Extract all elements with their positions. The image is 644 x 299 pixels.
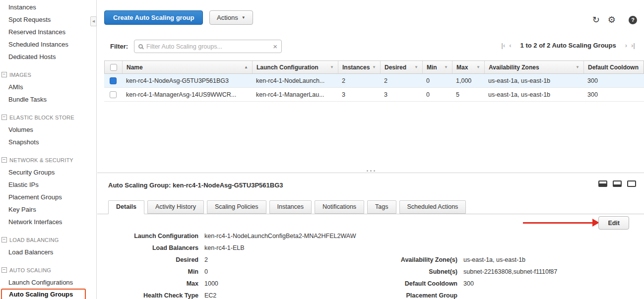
splitter-dot	[367, 170, 368, 172]
tab-notifications[interactable]: Notifications	[315, 200, 364, 214]
sidebar-section-network-security[interactable]: − NETWORK & SECURITY	[0, 154, 96, 166]
sidebar-item-instances[interactable]: Instances	[0, 1, 96, 13]
detail-field: Default Cooldown 300	[391, 280, 557, 288]
field-value: EC2	[204, 292, 216, 299]
search-icon	[138, 44, 143, 49]
tab-tags[interactable]: Tags	[367, 200, 396, 214]
collapse-section-icon[interactable]: −	[1, 157, 7, 163]
row-checkbox[interactable]	[110, 91, 117, 98]
table-row[interactable]: ken-rc4-1-ManagerAsg-14US9WWCR... ken-rc…	[104, 88, 644, 102]
sidebar-item-volumes[interactable]: Volumes	[0, 123, 96, 136]
tab-instances[interactable]: Instances	[269, 200, 312, 214]
field-label: Max	[107, 280, 198, 288]
sidebar-item-key-pairs[interactable]: Key Pairs	[0, 203, 96, 216]
column-filter-caret-icon[interactable]: ▼	[444, 65, 448, 69]
next-page-icon[interactable]: ›	[625, 42, 627, 49]
sidebar-item-load-balancers[interactable]: Load Balancers	[0, 246, 96, 258]
select-all-checkbox[interactable]	[110, 64, 117, 71]
sidebar-item-auto-scaling-groups[interactable]: Auto Scaling Groups	[1, 289, 86, 299]
layout-bottom-half-icon[interactable]	[598, 180, 607, 187]
field-value: ken-rc4-1-NodeLaunchConfigBeta2-MNA2HFEL…	[204, 232, 356, 240]
column-label: Min	[427, 64, 437, 71]
tab-details[interactable]: Details	[108, 200, 144, 214]
sidebar-section-load-balancing[interactable]: − LOAD BALANCING	[0, 234, 96, 246]
chevron-down-icon: ▼	[242, 15, 246, 20]
column-header-availability-zones[interactable]: Availability Zones ▼	[485, 61, 584, 73]
sidebar-item-network-interfaces[interactable]: Network Interfaces	[0, 216, 96, 228]
field-label: Load Balancers	[107, 244, 198, 252]
cell-name: ken-rc4-1-NodeAsg-G5TU3P561BG3	[122, 74, 252, 87]
field-label: Desired	[107, 256, 198, 264]
column-filter-caret-icon[interactable]: ▼	[476, 65, 480, 69]
cell-instances: 3	[338, 88, 380, 101]
column-header-instances[interactable]: Instances ▼	[338, 61, 381, 73]
cell-name: ken-rc4-1-ManagerAsg-14US9WWCR...	[122, 88, 252, 101]
create-auto-scaling-group-button[interactable]: Create Auto Scaling group	[104, 10, 203, 25]
sidebar-item-snapshots[interactable]: Snapshots	[0, 136, 96, 148]
pagination: |‹ ‹ 1 to 2 of 2 Auto Scaling Groups › ›…	[501, 42, 635, 49]
column-label: Launch Configuration	[257, 64, 319, 71]
cell-launch-configuration: ken-rc4-1-NodeLaunch...	[252, 74, 338, 87]
tab-activity-history[interactable]: Activity History	[147, 200, 204, 214]
refresh-icon[interactable]: ↻	[592, 15, 600, 25]
column-header-name[interactable]: Name ▲	[123, 61, 253, 73]
column-label: Name	[127, 64, 143, 71]
sidebar-collapse-button[interactable]: ◀	[90, 16, 97, 26]
collapse-section-icon[interactable]: −	[1, 115, 7, 120]
field-value: subnet-22163808,subnet-f1110f87	[463, 268, 557, 276]
splitter-handle[interactable]	[97, 169, 644, 173]
sidebar-item-launch-configurations[interactable]: Launch Configurations	[0, 276, 96, 289]
sidebar-item-reserved-instances[interactable]: Reserved Instances	[0, 26, 96, 38]
cell-max: 1,000	[452, 74, 484, 87]
column-filter-caret-icon[interactable]: ▼	[330, 65, 334, 69]
sidebar: Instances Spot Requests Reserved Instanc…	[0, 0, 97, 299]
filter-input[interactable]	[146, 43, 269, 50]
gear-icon[interactable]: ⚙	[608, 15, 616, 25]
detail-field: Availability Zone(s) us-east-1a, us-east…	[391, 256, 557, 264]
first-page-icon[interactable]: |‹	[501, 42, 505, 49]
previous-page-icon[interactable]: ‹	[509, 42, 511, 49]
edit-button[interactable]: Edit	[598, 216, 629, 230]
field-label: Availability Zone(s)	[391, 256, 457, 264]
details-panel-title: Auto Scaling Group: ken-rc4-1-NodeAsg-G5…	[108, 181, 283, 189]
column-header-min[interactable]: Min ▼	[423, 61, 452, 73]
sidebar-item-security-groups[interactable]: Security Groups	[0, 166, 96, 179]
sidebar-item-placement-groups[interactable]: Placement Groups	[0, 191, 96, 203]
actions-button[interactable]: Actions ▼	[209, 10, 253, 25]
sidebar-item-dedicated-hosts[interactable]: Dedicated Hosts	[0, 51, 96, 63]
filter-search-box[interactable]: ×	[134, 40, 282, 53]
row-checkbox[interactable]	[110, 77, 117, 84]
sidebar-section-auto-scaling[interactable]: − AUTO SCALING	[0, 264, 96, 276]
column-filter-caret-icon[interactable]: ▼	[576, 65, 580, 69]
collapse-section-icon[interactable]: −	[1, 267, 7, 273]
column-filter-caret-icon[interactable]: ▼	[372, 65, 376, 69]
collapse-section-icon[interactable]: −	[1, 237, 7, 242]
sidebar-item-spot-requests[interactable]: Spot Requests	[0, 13, 96, 26]
cell-launch-configuration: ken-rc4-1-ManagerLau...	[252, 88, 338, 101]
tab-scaling-policies[interactable]: Scaling Policies	[207, 200, 266, 214]
sidebar-section-elastic-block-store[interactable]: − ELASTIC BLOCK STORE	[0, 111, 96, 123]
sidebar-item-bundle-tasks[interactable]: Bundle Tasks	[0, 93, 96, 106]
field-label: Launch Configuration	[107, 232, 198, 240]
layout-bottom-third-icon[interactable]	[613, 180, 622, 187]
sidebar-section-images[interactable]: − IMAGES	[0, 68, 96, 81]
help-icon[interactable]: ?	[629, 16, 637, 24]
column-header-default-cooldown[interactable]: Default Cooldown	[584, 61, 644, 73]
sidebar-item-scheduled-instances[interactable]: Scheduled Instances	[0, 38, 96, 51]
sort-ascending-icon: ▲	[244, 65, 248, 69]
column-header-max[interactable]: Max ▼	[452, 61, 485, 73]
last-page-icon[interactable]: ›|	[631, 42, 635, 49]
row-checkbox-cell	[104, 88, 122, 101]
column-filter-caret-icon[interactable]: ▼	[414, 65, 418, 69]
sidebar-item-amis[interactable]: AMIs	[0, 81, 96, 93]
column-header-launch-configuration[interactable]: Launch Configuration ▼	[253, 61, 338, 73]
tab-scheduled-actions[interactable]: Scheduled Actions	[399, 200, 466, 214]
sidebar-item-elastic-ips[interactable]: Elastic IPs	[0, 179, 96, 191]
collapse-section-icon[interactable]: −	[1, 72, 7, 77]
layout-hidden-icon[interactable]	[627, 180, 636, 187]
table-row[interactable]: ken-rc4-1-NodeAsg-G5TU3P561BG3 ken-rc4-1…	[104, 74, 644, 88]
actions-label: Actions	[217, 14, 238, 21]
column-header-desired[interactable]: Desired ▼	[381, 61, 423, 73]
clear-filter-icon[interactable]: ×	[273, 43, 277, 50]
splitter-dot	[370, 170, 372, 172]
